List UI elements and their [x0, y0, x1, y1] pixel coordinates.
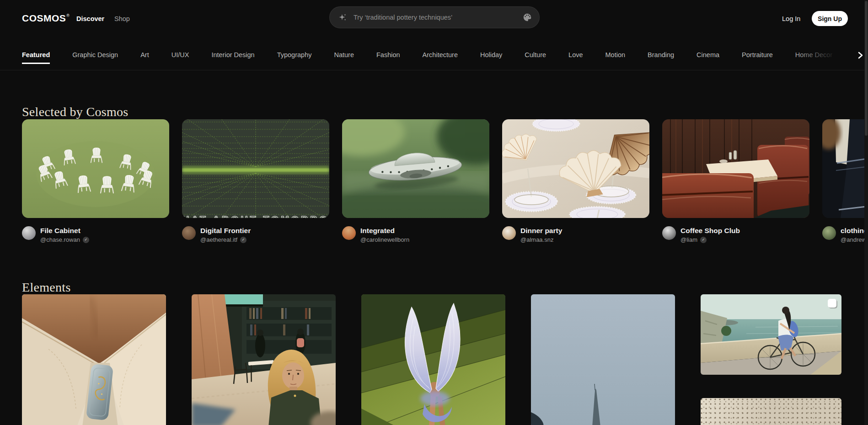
tab-featured[interactable]: Featured — [22, 51, 50, 69]
brand-registered-mark: ® — [66, 13, 70, 18]
card-image-shell-glasses[interactable] — [502, 119, 649, 218]
card-dinner-party: Dinner party @almaa.snz — [502, 119, 649, 243]
verified-badge-icon: ✓ — [700, 237, 707, 243]
card-title[interactable]: Coffee Shop Club — [680, 226, 740, 235]
tab-interior-design[interactable]: Interior Design — [211, 51, 254, 69]
brand-name: COSMOS — [22, 13, 66, 23]
card-coffee-shop-club: Coffee Shop Club @liam✓ — [662, 119, 809, 243]
card-meta: clothing @andrewsr — [822, 226, 868, 243]
tab-culture[interactable]: Culture — [525, 51, 546, 69]
card-username[interactable]: @aethereal.itf✓ — [200, 236, 251, 243]
search-input[interactable] — [353, 13, 523, 21]
tab-architecture[interactable]: Architecture — [423, 51, 458, 69]
tab-holiday[interactable]: Holiday — [480, 51, 502, 69]
card-digital-frontier: WHAT ABOUT TOMORROW Digital Frontier @ae… — [182, 119, 329, 243]
log-in-link[interactable]: Log In — [782, 15, 800, 22]
brand-logo[interactable]: COSMOS® — [22, 13, 70, 24]
card-image-chairs-on-grass[interactable] — [22, 119, 169, 218]
tab-graphic-design[interactable]: Graphic Design — [72, 51, 118, 69]
tab-art[interactable]: Art — [140, 51, 149, 69]
tab-branding[interactable]: Branding — [648, 51, 674, 69]
chevron-right-icon — [856, 51, 864, 59]
nav-shop[interactable]: Shop — [114, 15, 130, 22]
sparkle-icon — [338, 13, 347, 22]
scrollbar-track — [864, 0, 868, 425]
card-image-ufo[interactable] — [342, 119, 489, 218]
card-overlay-text: WHAT ABOUT TOMORROW — [182, 214, 329, 218]
avatar[interactable] — [502, 226, 516, 240]
avatar[interactable] — [822, 226, 836, 240]
card-image-diner-booths[interactable] — [662, 119, 809, 218]
scrollbar-thumb[interactable] — [865, 1, 868, 136]
grid-image-collar-brooch[interactable] — [22, 294, 166, 425]
card-image-dark-garment[interactable] — [822, 119, 868, 218]
card-title[interactable]: Integrated — [360, 226, 409, 235]
media-stack-icon — [828, 299, 836, 308]
tab-cinema[interactable]: Cinema — [697, 51, 719, 69]
tab-nature[interactable]: Nature — [334, 51, 354, 69]
card-meta: File Cabinet @chase.rowan✓ — [22, 226, 169, 243]
header-divider — [0, 70, 868, 70]
tab-typography[interactable]: Typography — [277, 51, 312, 69]
nav-discover[interactable]: Discover — [76, 15, 104, 22]
card-title[interactable]: Digital Frontier — [200, 226, 251, 235]
card-title[interactable]: File Cabinet — [40, 226, 89, 235]
card-image-green-grid[interactable]: WHAT ABOUT TOMORROW — [182, 119, 329, 218]
card-username[interactable]: @carolinewellborn — [360, 236, 409, 243]
card-meta: Dinner party @almaa.snz — [502, 226, 649, 243]
sign-up-button[interactable]: Sign Up — [812, 11, 848, 26]
section-title-elements: Elements — [22, 280, 71, 295]
tab-portraiture[interactable]: Portraiture — [742, 51, 773, 69]
search-bar[interactable] — [329, 6, 540, 28]
tab-love[interactable]: Love — [568, 51, 583, 69]
grid-image-fairy-wings[interactable] — [361, 294, 505, 425]
avatar[interactable] — [342, 226, 356, 240]
card-username[interactable]: @andrewsr — [841, 236, 868, 243]
grid-image-seaside-cyclist[interactable] — [701, 294, 841, 375]
grid-image-sky-sail[interactable] — [531, 294, 675, 425]
grid-image-lace-texture[interactable] — [701, 398, 841, 425]
card-username[interactable]: @liam✓ — [680, 236, 740, 243]
verified-badge-icon: ✓ — [240, 237, 246, 243]
tab-home-decor[interactable]: Home Decor — [795, 51, 832, 69]
grid-image-street-portrait[interactable] — [192, 294, 336, 425]
card-file-cabinet: File Cabinet @chase.rowan✓ — [22, 119, 169, 243]
card-title[interactable]: clothing — [841, 226, 868, 235]
tab-motion[interactable]: Motion — [605, 51, 626, 69]
card-meta: Digital Frontier @aethereal.itf✓ — [182, 226, 329, 243]
tab-fashion[interactable]: Fashion — [376, 51, 400, 69]
palette-icon[interactable] — [523, 13, 532, 22]
card-clothing: clothing @andrewsr — [822, 119, 868, 243]
tab-ui-ux[interactable]: UI/UX — [171, 51, 189, 69]
card-username[interactable]: @almaa.snz — [520, 236, 562, 243]
card-integrated: Integrated @carolinewellborn — [342, 119, 489, 243]
page: COSMOS® Discover Shop Log In Sign Up Fea… — [0, 0, 868, 425]
avatar[interactable] — [22, 226, 36, 240]
avatar[interactable] — [662, 226, 676, 240]
section-title-selected: Selected by Cosmos — [22, 105, 129, 119]
card-title[interactable]: Dinner party — [520, 226, 562, 235]
card-username[interactable]: @chase.rowan✓ — [40, 236, 89, 243]
card-meta: Coffee Shop Club @liam✓ — [662, 226, 809, 243]
category-tabs: Featured Graphic Design Art UI/UX Interi… — [22, 51, 832, 69]
card-meta: Integrated @carolinewellborn — [342, 226, 489, 243]
verified-badge-icon: ✓ — [83, 237, 89, 243]
avatar[interactable] — [182, 226, 196, 240]
